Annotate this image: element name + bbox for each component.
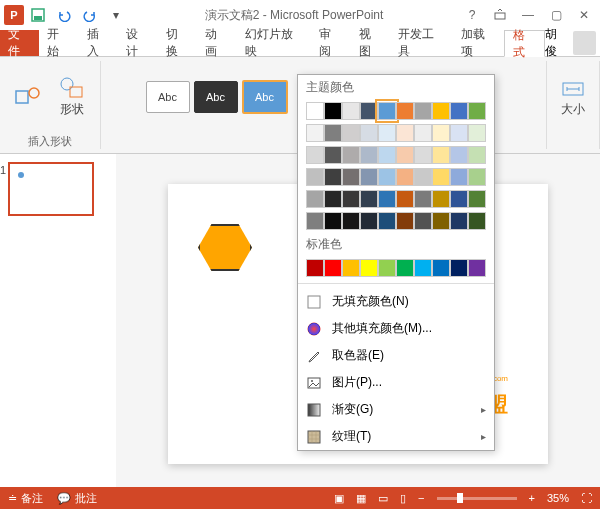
color-swatch[interactable] (324, 168, 342, 186)
color-swatch[interactable] (342, 124, 360, 142)
color-swatch[interactable] (306, 259, 324, 277)
color-swatch[interactable] (396, 190, 414, 208)
tab-file[interactable]: 文件 (0, 30, 39, 56)
tab-review[interactable]: 审阅 (311, 30, 350, 56)
normal-view-icon[interactable]: ▣ (334, 492, 344, 505)
style-sample-3[interactable]: Abc (242, 80, 288, 114)
help-icon[interactable]: ? (460, 3, 484, 27)
tab-home[interactable]: 开始 (39, 30, 78, 56)
hexagon-shape[interactable] (198, 224, 252, 271)
save-icon[interactable] (26, 3, 50, 27)
color-swatch[interactable] (378, 168, 396, 186)
color-swatch[interactable] (360, 146, 378, 164)
color-swatch[interactable] (360, 124, 378, 142)
color-swatch[interactable] (306, 168, 324, 186)
color-swatch[interactable] (432, 168, 450, 186)
color-swatch[interactable] (342, 259, 360, 277)
color-swatch[interactable] (468, 124, 486, 142)
color-swatch[interactable] (414, 146, 432, 164)
color-swatch[interactable] (378, 146, 396, 164)
style-sample-1[interactable]: Abc (146, 81, 190, 113)
color-swatch[interactable] (396, 124, 414, 142)
color-swatch[interactable] (468, 102, 486, 120)
color-swatch[interactable] (432, 212, 450, 230)
color-swatch[interactable] (468, 212, 486, 230)
edit-shape-button[interactable] (8, 83, 48, 111)
tab-design[interactable]: 设计 (118, 30, 157, 56)
color-swatch[interactable] (306, 124, 324, 142)
close-icon[interactable]: ✕ (572, 3, 596, 27)
color-swatch[interactable] (396, 102, 414, 120)
color-swatch[interactable] (342, 190, 360, 208)
zoom-out-button[interactable]: − (418, 492, 424, 504)
picture-item[interactable]: 图片(P)... (298, 369, 494, 396)
color-swatch[interactable] (414, 168, 432, 186)
color-swatch[interactable] (306, 212, 324, 230)
color-swatch[interactable] (378, 259, 396, 277)
slideshow-view-icon[interactable]: ▯ (400, 492, 406, 505)
tab-slideshow[interactable]: 幻灯片放映 (237, 30, 312, 56)
notes-button[interactable]: ≐备注 (8, 491, 43, 506)
color-swatch[interactable] (450, 146, 468, 164)
color-swatch[interactable] (342, 102, 360, 120)
color-swatch[interactable] (360, 190, 378, 208)
zoom-level[interactable]: 35% (547, 492, 569, 504)
color-swatch[interactable] (468, 146, 486, 164)
ribbon-options-icon[interactable] (488, 3, 512, 27)
tab-developer[interactable]: 开发工具 (390, 30, 453, 56)
sorter-view-icon[interactable]: ▦ (356, 492, 366, 505)
color-swatch[interactable] (468, 190, 486, 208)
color-swatch[interactable] (432, 146, 450, 164)
color-swatch[interactable] (414, 124, 432, 142)
color-swatch[interactable] (396, 259, 414, 277)
color-swatch[interactable] (306, 102, 324, 120)
color-swatch[interactable] (450, 168, 468, 186)
color-swatch[interactable] (360, 168, 378, 186)
color-swatch[interactable] (360, 102, 378, 120)
color-swatch[interactable] (450, 259, 468, 277)
color-swatch[interactable] (324, 212, 342, 230)
color-swatch[interactable] (378, 212, 396, 230)
color-swatch[interactable] (378, 190, 396, 208)
color-swatch[interactable] (342, 168, 360, 186)
color-swatch[interactable] (396, 146, 414, 164)
style-sample-2[interactable]: Abc (194, 81, 238, 113)
qat-more-icon[interactable]: ▾ (104, 3, 128, 27)
color-swatch[interactable] (378, 124, 396, 142)
color-swatch[interactable] (324, 124, 342, 142)
tab-animations[interactable]: 动画 (197, 30, 236, 56)
user-area[interactable]: 胡俊 (545, 30, 600, 56)
shapes-button[interactable]: 形状 (52, 73, 92, 120)
color-swatch[interactable] (378, 102, 396, 120)
color-swatch[interactable] (324, 146, 342, 164)
color-swatch[interactable] (360, 259, 378, 277)
color-swatch[interactable] (432, 124, 450, 142)
more-colors-item[interactable]: 其他填充颜色(M)... (298, 315, 494, 342)
color-swatch[interactable] (396, 212, 414, 230)
color-swatch[interactable] (414, 259, 432, 277)
zoom-slider[interactable] (437, 497, 517, 500)
tab-addins[interactable]: 加载项 (453, 30, 504, 56)
color-swatch[interactable] (414, 102, 432, 120)
color-swatch[interactable] (414, 190, 432, 208)
redo-icon[interactable] (78, 3, 102, 27)
color-swatch[interactable] (468, 168, 486, 186)
color-swatch[interactable] (450, 212, 468, 230)
texture-item[interactable]: 纹理(T) ▸ (298, 423, 494, 450)
reading-view-icon[interactable]: ▭ (378, 492, 388, 505)
color-swatch[interactable] (450, 124, 468, 142)
eyedropper-item[interactable]: 取色器(E) (298, 342, 494, 369)
no-fill-item[interactable]: 无填充颜色(N) (298, 288, 494, 315)
tab-format[interactable]: 格式 (504, 30, 545, 57)
color-swatch[interactable] (432, 102, 450, 120)
zoom-in-button[interactable]: + (529, 492, 535, 504)
color-swatch[interactable] (342, 212, 360, 230)
comments-button[interactable]: 💬批注 (57, 491, 97, 506)
gradient-item[interactable]: 渐变(G) ▸ (298, 396, 494, 423)
color-swatch[interactable] (450, 102, 468, 120)
color-swatch[interactable] (306, 146, 324, 164)
tab-insert[interactable]: 插入 (79, 30, 118, 56)
tab-view[interactable]: 视图 (351, 30, 390, 56)
color-swatch[interactable] (414, 212, 432, 230)
tab-transitions[interactable]: 切换 (158, 30, 197, 56)
